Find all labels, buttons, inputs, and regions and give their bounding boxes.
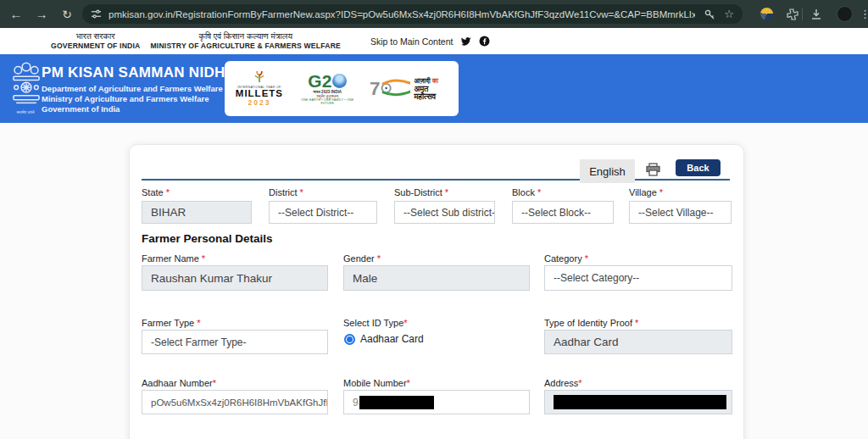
address-bar[interactable]: pmkisan.gov.in/RegistrationFormByFarmerN… (82, 4, 743, 24)
language-selector[interactable]: English (580, 159, 635, 183)
g20-globe-icon (332, 74, 347, 88)
aadhaar-number-label: Aadhaar Number* (142, 378, 216, 388)
farmer-name-label: Farmer Name* (142, 253, 205, 264)
india-emblem-icon (9, 61, 43, 114)
farmer-type-select[interactable]: -Select Farmer Type- (142, 330, 328, 354)
download-icon[interactable] (810, 8, 823, 21)
government-identity: भारत सरकार GOVERNMENT OF INDIA कृषि एवं … (51, 31, 341, 51)
aadhaar-card-radio[interactable] (344, 334, 355, 345)
extensions-puzzle-icon[interactable] (785, 8, 798, 21)
azadi-line1b: का (431, 77, 438, 85)
district-label: District* (269, 187, 303, 197)
block-label: Block* (512, 187, 541, 197)
aadhaar-card-radio-label: Aadhaar Card (360, 333, 424, 345)
farmer-name-field: Raushan Kumar Thakur (142, 265, 328, 291)
aadhaar-number-input[interactable]: pOw5u6MxSx4zj0R6H6I8HmVbAKfGhJfF3qzdWe11… (142, 390, 328, 414)
browser-forward-icon[interactable]: → (29, 7, 54, 21)
category-select[interactable]: --Select Category-- (544, 265, 732, 291)
site-title: PM KISAN SAMMAN NIDHI (42, 64, 230, 81)
back-button[interactable]: Back (676, 159, 721, 176)
g20-wordmark: G2 (308, 72, 331, 90)
gov-english-label: GOVERNMENT OF INDIA (51, 42, 141, 51)
url-text: pmkisan.gov.in/RegistrationFormByFarmerN… (108, 9, 695, 19)
site-subtitle-1: Department of Agriculture and Farmers We… (42, 84, 230, 94)
svg-text:7: 7 (370, 77, 380, 98)
identity-proof-field: Aadhar Card (544, 330, 732, 354)
print-icon[interactable] (645, 163, 661, 180)
browser-back-icon[interactable]: ← (3, 7, 29, 21)
pmkisan-header-banner: सत्यमेव जयते PM KISAN SAMMAN NIDHI Depar… (0, 54, 868, 123)
farmer-type-label: Farmer Type* (142, 318, 200, 328)
millets-word: MILLETS (233, 89, 286, 98)
millets-2023-logo: INTERNATIONAL YEAR OF MILLETS 2023 (233, 70, 286, 107)
azadi-line2: अमृत महोत्सव (414, 85, 450, 100)
browser-reload-icon[interactable]: ↻ (54, 8, 80, 21)
g20-logo: G2 भारत 2023 INDIA वसुधैव कुटुम्बकम् ONE… (296, 72, 359, 105)
browser-toolbar: ← → ↻ pmkisan.gov.in/RegistrationFormByF… (0, 0, 868, 28)
extension-icon[interactable] (760, 8, 773, 20)
address-label: Address* (544, 378, 582, 388)
village-select[interactable]: --Select Village-- (629, 201, 732, 224)
emblem-motto: सत्यमेव जयते (7, 110, 44, 114)
site-subtitle-3: Government of India (42, 104, 230, 114)
government-topbar: भारत सरकार GOVERNMENT OF INDIA कृषि एवं … (0, 28, 868, 54)
identity-proof-label: Type of Identity Proof* (544, 318, 638, 328)
address-redaction-bar (554, 395, 726, 409)
ministry-hindi-label: कृषि एवं किसान कल्याण मंत्रालय (151, 31, 341, 42)
section-title: Farmer Personal Details (142, 232, 273, 245)
header-divider (142, 179, 730, 181)
category-label: Category* (544, 253, 588, 264)
twitter-icon[interactable] (460, 36, 471, 47)
bookmark-star-icon[interactable]: ☆ (724, 8, 734, 20)
gender-label: Gender* (343, 253, 381, 264)
page-body: English Back State* District* Sub-Distri… (0, 123, 868, 439)
g20-one-earth: ONE EARTH • ONE FAMILY • ONE FUTURE (296, 98, 359, 105)
site-subtitle-2: Ministry of Agriculture and Farmers Welf… (42, 94, 230, 104)
sub-district-label: Sub-District* (394, 187, 448, 197)
gender-field: Male (343, 265, 530, 291)
browser-actions: ⋮ (760, 0, 868, 28)
district-select[interactable]: --Select District-- (269, 201, 377, 224)
state-label: State* (142, 187, 170, 197)
registration-form-card: English Back State* District* Sub-Distri… (129, 144, 744, 439)
address-field (544, 390, 732, 414)
mobile-number-input[interactable]: 9 (343, 390, 530, 414)
browser-menu-icon[interactable]: ⋮ (860, 8, 868, 20)
state-field: BIHAR (142, 201, 252, 224)
facebook-icon[interactable] (479, 36, 490, 47)
sub-district-select[interactable]: --Select Sub district-- (394, 201, 495, 224)
village-label: Village* (629, 187, 663, 197)
toolbar-divider (802, 8, 803, 20)
skip-to-main-content-link[interactable]: Skip to Main Content (370, 36, 453, 47)
azadi-ka-amrit-mahotsav-logo: 7 आज़ादी का अमृत महोत्सव (370, 76, 450, 102)
password-key-icon[interactable] (704, 8, 715, 20)
site-settings-icon[interactable] (91, 8, 102, 19)
block-select[interactable]: --Select Block-- (512, 201, 614, 224)
profile-avatar[interactable] (837, 6, 853, 22)
mobile-number-visible-digit: 9 (353, 397, 359, 408)
ministry-english-label: MINISTRY OF AGRICULTURE & FARMERS WELFAR… (151, 42, 341, 51)
gov-hindi-label: भारत सरकार (51, 31, 141, 42)
millets-year: 2023 (233, 98, 286, 107)
id-type-label: Select ID Type* (343, 318, 408, 328)
mobile-redaction-bar (359, 396, 434, 409)
screen: ← → ↻ pmkisan.gov.in/RegistrationFormByF… (0, 0, 868, 439)
mobile-number-label: Mobile Number* (343, 378, 410, 388)
campaign-logos-panel: INTERNATIONAL YEAR OF MILLETS 2023 G2 भा… (225, 61, 459, 116)
